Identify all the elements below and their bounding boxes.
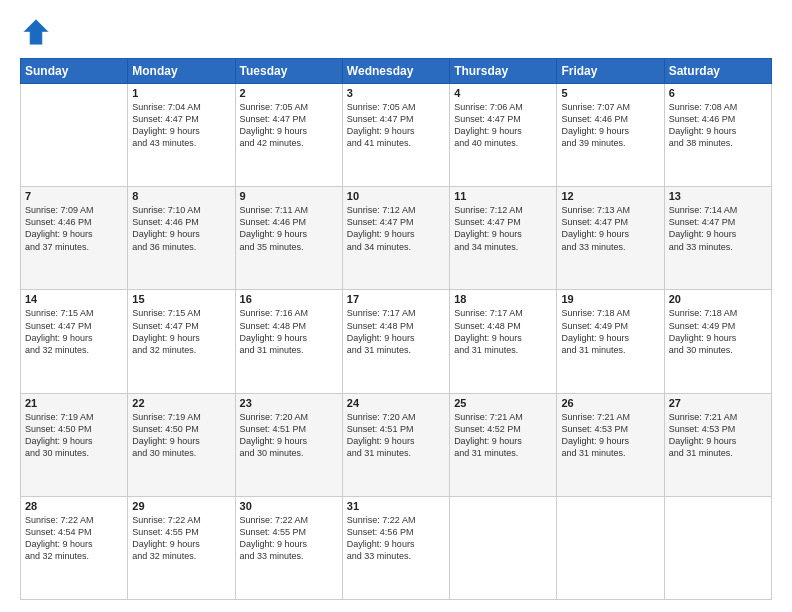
day-info: Sunrise: 7:22 AMSunset: 4:55 PMDaylight:…	[240, 514, 338, 563]
day-info: Sunrise: 7:16 AMSunset: 4:48 PMDaylight:…	[240, 307, 338, 356]
day-cell	[664, 496, 771, 599]
day-number: 19	[561, 293, 659, 305]
day-info: Sunrise: 7:10 AMSunset: 4:46 PMDaylight:…	[132, 204, 230, 253]
day-number: 9	[240, 190, 338, 202]
day-cell: 14Sunrise: 7:15 AMSunset: 4:47 PMDayligh…	[21, 290, 128, 393]
day-number: 3	[347, 87, 445, 99]
day-info: Sunrise: 7:18 AMSunset: 4:49 PMDaylight:…	[669, 307, 767, 356]
day-cell: 24Sunrise: 7:20 AMSunset: 4:51 PMDayligh…	[342, 393, 449, 496]
week-row-1: 1Sunrise: 7:04 AMSunset: 4:47 PMDaylight…	[21, 84, 772, 187]
weekday-header-friday: Friday	[557, 59, 664, 84]
day-cell: 4Sunrise: 7:06 AMSunset: 4:47 PMDaylight…	[450, 84, 557, 187]
day-cell: 23Sunrise: 7:20 AMSunset: 4:51 PMDayligh…	[235, 393, 342, 496]
day-number: 6	[669, 87, 767, 99]
day-info: Sunrise: 7:20 AMSunset: 4:51 PMDaylight:…	[240, 411, 338, 460]
week-row-2: 7Sunrise: 7:09 AMSunset: 4:46 PMDaylight…	[21, 187, 772, 290]
day-cell	[21, 84, 128, 187]
weekday-header-monday: Monday	[128, 59, 235, 84]
day-info: Sunrise: 7:08 AMSunset: 4:46 PMDaylight:…	[669, 101, 767, 150]
day-cell: 31Sunrise: 7:22 AMSunset: 4:56 PMDayligh…	[342, 496, 449, 599]
week-row-5: 28Sunrise: 7:22 AMSunset: 4:54 PMDayligh…	[21, 496, 772, 599]
day-cell: 16Sunrise: 7:16 AMSunset: 4:48 PMDayligh…	[235, 290, 342, 393]
day-number: 27	[669, 397, 767, 409]
day-number: 5	[561, 87, 659, 99]
day-info: Sunrise: 7:04 AMSunset: 4:47 PMDaylight:…	[132, 101, 230, 150]
day-info: Sunrise: 7:20 AMSunset: 4:51 PMDaylight:…	[347, 411, 445, 460]
week-row-4: 21Sunrise: 7:19 AMSunset: 4:50 PMDayligh…	[21, 393, 772, 496]
day-info: Sunrise: 7:18 AMSunset: 4:49 PMDaylight:…	[561, 307, 659, 356]
day-info: Sunrise: 7:15 AMSunset: 4:47 PMDaylight:…	[132, 307, 230, 356]
day-cell: 12Sunrise: 7:13 AMSunset: 4:47 PMDayligh…	[557, 187, 664, 290]
day-number: 24	[347, 397, 445, 409]
day-number: 8	[132, 190, 230, 202]
day-number: 30	[240, 500, 338, 512]
day-info: Sunrise: 7:11 AMSunset: 4:46 PMDaylight:…	[240, 204, 338, 253]
day-cell: 21Sunrise: 7:19 AMSunset: 4:50 PMDayligh…	[21, 393, 128, 496]
weekday-header-row: SundayMondayTuesdayWednesdayThursdayFrid…	[21, 59, 772, 84]
day-number: 2	[240, 87, 338, 99]
logo	[20, 16, 56, 48]
day-cell: 29Sunrise: 7:22 AMSunset: 4:55 PMDayligh…	[128, 496, 235, 599]
day-cell: 9Sunrise: 7:11 AMSunset: 4:46 PMDaylight…	[235, 187, 342, 290]
day-number: 13	[669, 190, 767, 202]
day-info: Sunrise: 7:19 AMSunset: 4:50 PMDaylight:…	[132, 411, 230, 460]
day-cell	[450, 496, 557, 599]
day-cell: 20Sunrise: 7:18 AMSunset: 4:49 PMDayligh…	[664, 290, 771, 393]
day-number: 21	[25, 397, 123, 409]
day-cell: 11Sunrise: 7:12 AMSunset: 4:47 PMDayligh…	[450, 187, 557, 290]
day-info: Sunrise: 7:06 AMSunset: 4:47 PMDaylight:…	[454, 101, 552, 150]
day-info: Sunrise: 7:21 AMSunset: 4:53 PMDaylight:…	[669, 411, 767, 460]
day-number: 18	[454, 293, 552, 305]
weekday-header-sunday: Sunday	[21, 59, 128, 84]
day-info: Sunrise: 7:09 AMSunset: 4:46 PMDaylight:…	[25, 204, 123, 253]
day-cell: 8Sunrise: 7:10 AMSunset: 4:46 PMDaylight…	[128, 187, 235, 290]
day-cell: 13Sunrise: 7:14 AMSunset: 4:47 PMDayligh…	[664, 187, 771, 290]
day-cell: 30Sunrise: 7:22 AMSunset: 4:55 PMDayligh…	[235, 496, 342, 599]
day-cell: 10Sunrise: 7:12 AMSunset: 4:47 PMDayligh…	[342, 187, 449, 290]
day-number: 15	[132, 293, 230, 305]
day-info: Sunrise: 7:13 AMSunset: 4:47 PMDaylight:…	[561, 204, 659, 253]
day-info: Sunrise: 7:12 AMSunset: 4:47 PMDaylight:…	[454, 204, 552, 253]
day-info: Sunrise: 7:05 AMSunset: 4:47 PMDaylight:…	[240, 101, 338, 150]
day-info: Sunrise: 7:12 AMSunset: 4:47 PMDaylight:…	[347, 204, 445, 253]
day-number: 28	[25, 500, 123, 512]
day-number: 12	[561, 190, 659, 202]
header	[20, 16, 772, 48]
day-cell: 2Sunrise: 7:05 AMSunset: 4:47 PMDaylight…	[235, 84, 342, 187]
day-cell: 17Sunrise: 7:17 AMSunset: 4:48 PMDayligh…	[342, 290, 449, 393]
day-number: 17	[347, 293, 445, 305]
logo-icon	[20, 16, 52, 48]
day-cell: 3Sunrise: 7:05 AMSunset: 4:47 PMDaylight…	[342, 84, 449, 187]
day-number: 22	[132, 397, 230, 409]
day-cell: 18Sunrise: 7:17 AMSunset: 4:48 PMDayligh…	[450, 290, 557, 393]
day-info: Sunrise: 7:22 AMSunset: 4:55 PMDaylight:…	[132, 514, 230, 563]
day-info: Sunrise: 7:22 AMSunset: 4:56 PMDaylight:…	[347, 514, 445, 563]
day-number: 14	[25, 293, 123, 305]
day-cell: 5Sunrise: 7:07 AMSunset: 4:46 PMDaylight…	[557, 84, 664, 187]
day-cell: 22Sunrise: 7:19 AMSunset: 4:50 PMDayligh…	[128, 393, 235, 496]
weekday-header-thursday: Thursday	[450, 59, 557, 84]
day-info: Sunrise: 7:21 AMSunset: 4:53 PMDaylight:…	[561, 411, 659, 460]
day-number: 11	[454, 190, 552, 202]
day-info: Sunrise: 7:05 AMSunset: 4:47 PMDaylight:…	[347, 101, 445, 150]
day-number: 25	[454, 397, 552, 409]
weekday-header-tuesday: Tuesday	[235, 59, 342, 84]
day-cell: 19Sunrise: 7:18 AMSunset: 4:49 PMDayligh…	[557, 290, 664, 393]
day-number: 31	[347, 500, 445, 512]
week-row-3: 14Sunrise: 7:15 AMSunset: 4:47 PMDayligh…	[21, 290, 772, 393]
day-info: Sunrise: 7:22 AMSunset: 4:54 PMDaylight:…	[25, 514, 123, 563]
day-info: Sunrise: 7:14 AMSunset: 4:47 PMDaylight:…	[669, 204, 767, 253]
day-cell: 6Sunrise: 7:08 AMSunset: 4:46 PMDaylight…	[664, 84, 771, 187]
weekday-header-wednesday: Wednesday	[342, 59, 449, 84]
day-number: 23	[240, 397, 338, 409]
day-number: 26	[561, 397, 659, 409]
page: SundayMondayTuesdayWednesdayThursdayFrid…	[0, 0, 792, 612]
day-cell: 25Sunrise: 7:21 AMSunset: 4:52 PMDayligh…	[450, 393, 557, 496]
day-number: 1	[132, 87, 230, 99]
day-number: 16	[240, 293, 338, 305]
day-info: Sunrise: 7:17 AMSunset: 4:48 PMDaylight:…	[454, 307, 552, 356]
day-cell: 15Sunrise: 7:15 AMSunset: 4:47 PMDayligh…	[128, 290, 235, 393]
day-number: 20	[669, 293, 767, 305]
day-info: Sunrise: 7:15 AMSunset: 4:47 PMDaylight:…	[25, 307, 123, 356]
day-cell: 28Sunrise: 7:22 AMSunset: 4:54 PMDayligh…	[21, 496, 128, 599]
